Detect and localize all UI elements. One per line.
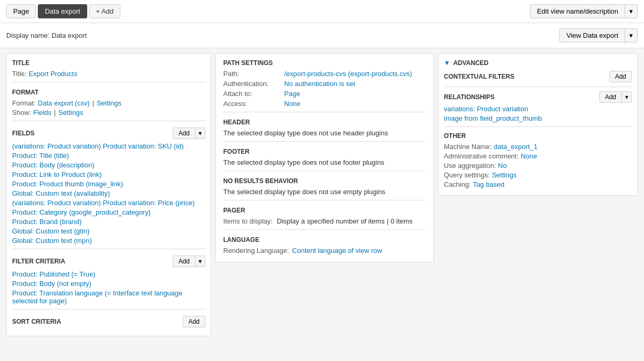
- rendering-value[interactable]: Content language of view row: [292, 247, 382, 254]
- center-panel: PATH SETTINGS Path: /export-products-cvs…: [215, 54, 434, 262]
- show-fields-link[interactable]: Fields: [33, 109, 51, 116]
- filter-add-group: Add ▾: [173, 256, 205, 267]
- caching-value[interactable]: Tag based: [473, 181, 504, 188]
- edit-view-name-button[interactable]: Edit view name/description: [530, 4, 625, 18]
- fields-list: (variations: Product variation) Product …: [12, 142, 205, 245]
- display-name-value[interactable]: Data export: [51, 31, 87, 39]
- field-item[interactable]: Product: Brand (brand): [12, 218, 205, 226]
- field-item[interactable]: Product: Product thumb (image_link): [12, 180, 205, 188]
- filter-section-header: FILTER CRITERIA Add ▾: [12, 256, 205, 267]
- top-bar: Page Data export Add Edit view name/desc…: [0, 0, 644, 23]
- machine-name-row: Machine Name: data_export_1: [444, 143, 632, 151]
- auth-row: Authentication: No authentication is set: [223, 80, 426, 88]
- rendering-row: Rendering Language: Content language of …: [223, 247, 426, 254]
- format-value[interactable]: Data export (csv): [38, 99, 90, 107]
- pager-sep: |: [387, 217, 388, 225]
- pager-row: Items to display: Display a specified nu…: [223, 217, 426, 225]
- access-label: Access:: [223, 100, 281, 108]
- format-settings-link[interactable]: Settings: [97, 99, 121, 107]
- tab-page[interactable]: Page: [6, 4, 36, 18]
- machine-name-value[interactable]: data_export_1: [494, 143, 537, 151]
- contextual-filters-add-button[interactable]: Add: [609, 71, 632, 82]
- caching-label: Caching:: [444, 181, 471, 188]
- header-section-heading: HEADER: [223, 119, 426, 126]
- field-item[interactable]: Global: Custom text (mpn): [12, 237, 205, 245]
- contextual-filters-heading: CONTEXTUAL FILTERS: [444, 73, 514, 80]
- title-value[interactable]: Export Products: [29, 70, 78, 78]
- path-settings-heading: PATH SETTINGS: [223, 59, 426, 67]
- filter-item[interactable]: Product: Translation language (= Interfa…: [12, 289, 205, 305]
- view-data-group: View Data export ▾: [559, 28, 638, 43]
- fields-add-group: Add ▾: [173, 128, 205, 139]
- field-item[interactable]: Product: Title (title): [12, 152, 205, 160]
- no-results-section-heading: NO RESULTS BEHAVIOR: [223, 177, 426, 185]
- field-item[interactable]: Product: Body (description): [12, 161, 205, 169]
- display-name-bar: Display name: Data export View Data expo…: [0, 23, 644, 48]
- rel-add-dropdown[interactable]: ▾: [621, 91, 632, 103]
- title-label: Title:: [12, 70, 27, 78]
- relationship-item[interactable]: image from field_product_thumb: [444, 114, 632, 122]
- machine-name-label: Machine Name:: [444, 143, 492, 151]
- use-aggregation-label: Use aggregation:: [444, 162, 496, 169]
- use-aggregation-row: Use aggregation: No: [444, 162, 632, 169]
- no-results-text: The selected display type does not use e…: [223, 188, 426, 196]
- path-row: Path: /export-products-cvs (export-produ…: [223, 70, 426, 78]
- title-section-heading: TITLE: [12, 59, 205, 67]
- no-results-description: The selected display type does not use e…: [223, 188, 386, 196]
- relationship-item[interactable]: variations: Product variation: [444, 105, 632, 113]
- field-item[interactable]: Product: Link to Product (link): [12, 171, 205, 178]
- pager-value[interactable]: Display a specified number of items: [277, 217, 385, 225]
- advanced-triangle-icon: ▼: [444, 59, 450, 67]
- show-settings-link[interactable]: Settings: [58, 109, 83, 116]
- contextual-filters-header: CONTEXTUAL FILTERS Add: [444, 71, 632, 82]
- access-value[interactable]: None: [284, 100, 300, 108]
- pager-label: Items to display:: [223, 217, 273, 225]
- filter-item[interactable]: Product: Published (= True): [12, 270, 205, 278]
- other-heading: OTHER: [444, 132, 632, 140]
- fields-add-button[interactable]: Add: [173, 128, 195, 139]
- attach-value[interactable]: Page: [284, 90, 300, 98]
- relationships-list: variations: Product variationimage from …: [444, 105, 632, 122]
- sort-add-button[interactable]: Add: [183, 316, 205, 327]
- field-item[interactable]: Global: Custom text (availability): [12, 189, 205, 197]
- edit-view-dropdown-button[interactable]: ▾: [625, 4, 638, 18]
- auth-value[interactable]: No authentication is set: [284, 80, 355, 88]
- header-text: The selected display type does not use h…: [223, 129, 426, 137]
- field-item[interactable]: Global: Custom text (gtin): [12, 227, 205, 235]
- format-row: Format: Data export (csv) | Settings: [12, 99, 205, 107]
- filter-add-dropdown[interactable]: ▾: [195, 256, 205, 267]
- admin-comment-row: Administrative comment: None: [444, 152, 632, 160]
- footer-description: The selected display type does not use f…: [223, 158, 384, 166]
- query-settings-value[interactable]: Settings: [492, 171, 516, 179]
- view-data-dropdown-button[interactable]: ▾: [625, 28, 638, 43]
- format-sep: |: [92, 99, 94, 107]
- field-item[interactable]: (variations: Product variation) Product …: [12, 142, 205, 150]
- sort-section-header: SORT CRITERIA Add: [12, 316, 205, 327]
- title-row: Title: Export Products: [12, 70, 205, 78]
- use-aggregation-value[interactable]: No: [498, 162, 507, 169]
- fields-add-dropdown[interactable]: ▾: [195, 128, 205, 139]
- filter-add-button[interactable]: Add: [173, 256, 195, 267]
- pager-section-heading: PAGER: [223, 207, 426, 214]
- rel-add-button[interactable]: Add: [599, 91, 621, 103]
- admin-comment-value[interactable]: None: [521, 152, 537, 160]
- language-section-heading: LANGUAGE: [223, 236, 426, 243]
- filters-list: Product: Published (= True)Product: Body…: [12, 270, 205, 305]
- admin-comment-label: Administrative comment:: [444, 152, 518, 160]
- right-panel: ▼ ADVANCED CONTEXTUAL FILTERS Add RELATI…: [438, 54, 638, 196]
- pager-items[interactable]: 0 items: [391, 217, 413, 225]
- tab-data-export[interactable]: Data export: [38, 4, 87, 18]
- display-name-label: Display name:: [6, 31, 49, 39]
- filter-item[interactable]: Product: Body (not empty): [12, 280, 205, 288]
- query-settings-label: Query settings:: [444, 171, 490, 179]
- fields-section-header: FIELDS Add ▾: [12, 128, 205, 139]
- access-row: Access: None: [223, 100, 426, 108]
- view-data-button[interactable]: View Data export: [559, 28, 625, 43]
- footer-text: The selected display type does not use f…: [223, 158, 426, 166]
- field-item[interactable]: Product: Category (google_product_catego…: [12, 208, 205, 216]
- field-item[interactable]: (variations: Product variation) Product …: [12, 199, 205, 207]
- add-button[interactable]: Add: [89, 4, 121, 18]
- path-value[interactable]: /export-products-cvs (export-products.cv…: [284, 70, 412, 78]
- path-label: Path:: [223, 70, 281, 78]
- format-label: Format:: [12, 99, 36, 107]
